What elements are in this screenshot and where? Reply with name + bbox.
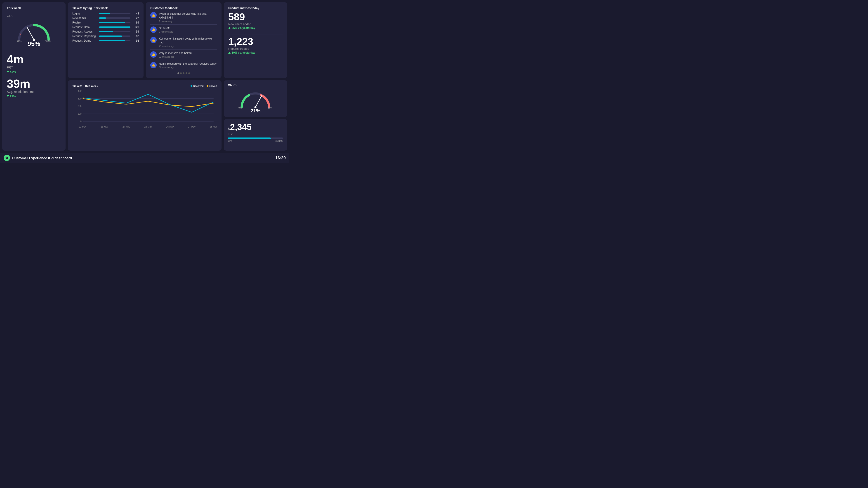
tag-name: Request: Data [72,26,97,29]
new-users-arrow-up [228,27,230,29]
legend-received: Received [191,85,204,87]
csat-label: CSAT [7,14,61,18]
tag-item: Request: Access 54 [72,30,139,33]
churn-value: 21% [250,108,260,114]
tag-bar-bg [99,27,130,28]
tag-name: Resize [72,21,97,24]
feedback-time: 9 minutes ago [159,20,217,23]
thumb-icon: 👍 [150,51,157,58]
frt-block: 4m FRT 43% [7,53,61,74]
reports-label: Reports created [228,47,283,51]
reports-change-text: vs. yesterday [238,51,255,54]
ltv-bar-right: ≤$3,000 [275,140,283,142]
ltv-value: 2,345 [230,122,252,132]
legend-solved-dot [207,85,209,87]
feedback-item: 👍 So fast!!!! 9 minutes ago [150,27,217,35]
tag-bar-bg [99,31,130,32]
churn-gauge-svg [239,89,272,108]
csat-max-label: 100% [45,40,51,42]
feedback-dot[interactable] [183,72,184,74]
feedback-text: I wish all customer service was like thi… [159,12,217,20]
svg-line-20 [255,95,262,107]
feedback-dot[interactable] [180,72,182,74]
resolution-value: 39m [7,78,61,90]
feedback-dots [150,72,217,74]
ltv-bar [228,138,283,139]
frt-value: 4m [7,53,61,65]
tag-bar-bg [99,40,130,41]
feedback-time: 30 minutes ago [159,66,217,69]
legend-solved: Solved [207,85,217,87]
feedback-dot[interactable] [188,72,190,74]
frt-change-value: 43% [10,70,16,73]
this-week-title: This week [7,6,61,10]
feedback-title: Customer feedback [150,6,217,10]
feedback-content: Kat was on it straight away with an issu… [159,37,217,48]
svg-text:25 May: 25 May [145,125,152,128]
feedback-time: 9 minutes ago [159,31,173,33]
product-metrics-title: Product metrics today [228,6,283,10]
tag-bar-bg [99,35,130,37]
tag-count: 99 [132,21,139,24]
tag-rows: Logins 43 New admin 27 Resize 99 Request… [72,12,139,42]
legend-received-label: Received [193,85,204,87]
feedback-text: Kat was on it straight away with an issu… [159,37,217,44]
svg-line-0 [27,27,34,40]
thumb-icon: 👍 [150,62,157,68]
feedback-text: Very responsive and helpful [159,51,192,55]
reports-value: 1,223 [228,37,283,47]
churn-gauge: 0% 50% 21% [228,89,283,114]
ltv-bar-fill [228,138,271,139]
feedback-items: 👍 I wish all customer service was like t… [150,12,217,70]
tag-item: Request: Reporting 87 [72,35,139,38]
feedback-time: 22 minutes ago [159,56,192,58]
resolution-change-value: 29% [10,94,16,98]
reports-block: 1,223 Reports created 19% vs. yesterday [228,37,283,54]
brand-icon: ✿ [4,155,10,161]
svg-text:400: 400 [78,90,82,92]
tag-name: Logins [72,12,97,15]
tickets-tag-title: Tickets by tag - this week [72,6,139,10]
ltv-bar-left: 78% [228,140,232,142]
churn-max-label: 50% [268,106,272,109]
tag-name: Request: Demo [72,39,97,42]
frt-arrow-down [7,71,9,73]
svg-text:200: 200 [78,105,82,108]
csat-gauge-svg [16,21,52,41]
tag-bar-fill [99,40,125,41]
right-bottom-col: Churn 0% 50% 21% [224,80,287,151]
svg-text:28 May: 28 May [210,125,217,128]
new-users-block: 589 New users added 36% vs. yesterday [228,12,283,30]
thumb-icon: 👍 [150,37,157,43]
new-users-label: New users added [228,22,283,26]
svg-text:22 May: 22 May [79,125,87,128]
legend-received-dot [191,85,192,87]
tag-bar-fill [99,13,110,14]
feedback-item: 👍 Very responsive and helpful 22 minutes… [150,51,217,60]
customer-feedback-card: Customer feedback 👍 I wish all customer … [146,2,221,78]
feedback-text: Really pleased with the support I receiv… [159,62,217,66]
feedback-text: So fast!!!! [159,27,173,30]
svg-text:300: 300 [78,97,82,100]
feedback-dot[interactable] [178,72,179,74]
churn-min-label: 0% [239,106,242,109]
feedback-dot[interactable] [186,72,187,74]
tickets-chart-svg: 010020030040022 May23 May24 May25 May26 … [72,89,217,129]
tickets-chart-card: Tickets - this week Received Solved 0100… [68,80,221,151]
feedback-content: So fast!!!! 9 minutes ago [159,27,173,33]
tag-bar-bg [99,22,130,23]
this-week-card: This week CSAT 70% 100% 95% 4m [2,2,66,151]
chart-legend: Received Solved [191,85,217,87]
frt-change: 43% [7,70,16,73]
tickets-by-tag-card: Tickets by tag - this week Logins 43 New… [68,2,144,78]
ltv-number-group: $ 2,345 [228,122,283,132]
tag-count: 98 [132,39,139,42]
tag-bar-fill [99,31,113,32]
resolution-change: 29% [7,94,16,98]
feedback-item: 👍 Really pleased with the support I rece… [150,62,217,70]
feedback-item: 👍 Kat was on it straight away with an is… [150,37,217,50]
tag-count: 54 [132,30,139,33]
feedback-content: I wish all customer service was like thi… [159,12,217,23]
tag-name: Request: Reporting [72,35,97,38]
tag-count: 43 [132,12,139,15]
